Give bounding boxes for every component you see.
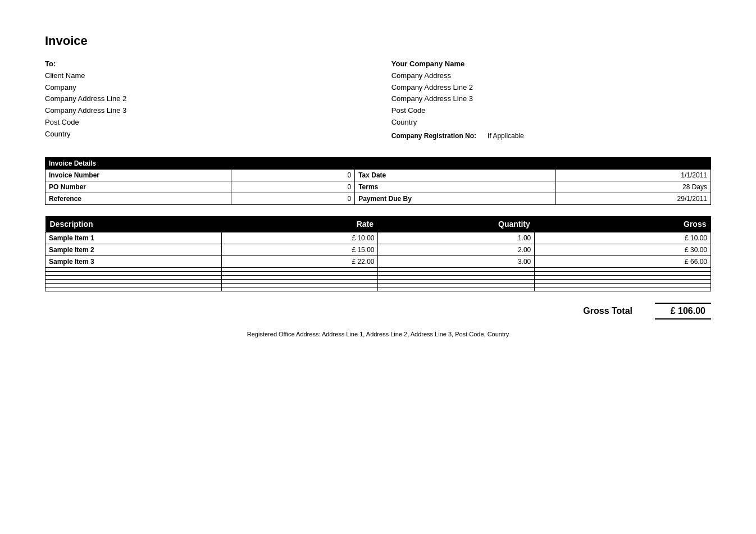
item-description	[45, 271, 222, 275]
items-header-row: Description Rate Quantity Gross	[45, 216, 711, 232]
item-rate: £ 15.00	[221, 244, 378, 255]
table-row	[45, 283, 711, 287]
client-address-line2: Company Address Line 2	[45, 93, 365, 105]
invoice-details-header: Invoice Details	[45, 157, 711, 169]
item-gross: £ 66.00	[535, 255, 711, 267]
item-quantity	[378, 267, 535, 271]
col-gross: Gross	[535, 216, 711, 232]
client-address: To: Client Name Company Company Address …	[45, 58, 365, 140]
client-country: Country	[45, 129, 365, 140]
invoice-details-table: Invoice Details Invoice Number 0 Tax Dat…	[45, 157, 711, 205]
po-number-label: PO Number	[45, 181, 231, 193]
details-row-1: Invoice Number 0 Tax Date 1/1/2011	[45, 169, 711, 181]
table-row	[45, 275, 711, 279]
item-rate: £ 10.00	[221, 232, 378, 244]
item-rate	[221, 279, 378, 283]
client-address-line3: Company Address Line 3	[45, 105, 365, 117]
table-row	[45, 279, 711, 283]
item-description: Sample Item 3	[45, 255, 222, 267]
item-gross	[535, 279, 711, 283]
client-name: Client Name	[45, 70, 365, 82]
reference-value: 0	[231, 193, 354, 204]
item-description	[45, 287, 222, 291]
item-quantity	[378, 275, 535, 279]
item-quantity: 2.00	[378, 244, 535, 255]
seller-address-line3: Company Address Line 3	[391, 93, 711, 105]
item-gross	[535, 271, 711, 275]
reg-value: If Applicable	[488, 132, 524, 140]
invoice-number-label: Invoice Number	[45, 169, 231, 181]
details-row-2: PO Number 0 Terms 28 Days	[45, 181, 711, 193]
item-description	[45, 283, 222, 287]
details-row-3: Reference 0 Payment Due By 29/1/2011	[45, 193, 711, 204]
item-quantity	[378, 287, 535, 291]
item-quantity	[378, 283, 535, 287]
item-rate	[221, 283, 378, 287]
item-rate	[221, 271, 378, 275]
item-gross	[535, 287, 711, 291]
col-description: Description	[45, 216, 222, 232]
item-gross	[535, 275, 711, 279]
seller-address: Your Company Name Company Address Compan…	[391, 58, 711, 140]
payment-due-value: 29/1/2011	[556, 193, 711, 204]
col-rate: Rate	[221, 216, 378, 232]
invoice-title: Invoice	[45, 34, 711, 48]
table-row: Sample Item 1 £ 10.00 1.00 £ 10.00	[45, 232, 711, 244]
seller-address: Company Address	[391, 70, 711, 82]
gross-total-value: £ 106.00	[655, 303, 711, 320]
item-rate	[221, 287, 378, 291]
payment-due-label: Payment Due By	[355, 193, 556, 204]
item-rate	[221, 275, 378, 279]
seller-address-line2: Company Address Line 2	[391, 82, 711, 94]
terms-label: Terms	[355, 181, 556, 193]
item-rate: £ 22.00	[221, 255, 378, 267]
registration-row: Company Registration No: If Applicable	[391, 132, 711, 140]
item-gross	[535, 267, 711, 271]
items-table: Description Rate Quantity Gross Sample I…	[45, 216, 711, 291]
item-description	[45, 279, 222, 283]
item-gross: £ 10.00	[535, 232, 711, 244]
item-description: Sample Item 1	[45, 232, 222, 244]
gross-total-label: Gross Total	[583, 306, 632, 316]
po-number-value: 0	[231, 181, 354, 193]
item-gross: £ 30.00	[535, 244, 711, 255]
to-label: To:	[45, 60, 56, 68]
gross-total-section: Gross Total £ 106.00	[45, 303, 711, 320]
invoice-number-value: 0	[231, 169, 354, 181]
table-row	[45, 287, 711, 291]
item-quantity: 3.00	[378, 255, 535, 267]
item-description: Sample Item 2	[45, 244, 222, 255]
tax-date-label: Tax Date	[355, 169, 556, 181]
item-quantity	[378, 271, 535, 275]
item-quantity: 1.00	[378, 232, 535, 244]
item-quantity	[378, 279, 535, 283]
reg-label: Company Registration No:	[391, 132, 476, 140]
table-row	[45, 267, 711, 271]
item-description	[45, 267, 222, 271]
client-post-code: Post Code	[45, 117, 365, 129]
terms-value: 28 Days	[556, 181, 711, 193]
client-company: Company	[45, 82, 365, 94]
table-row	[45, 271, 711, 275]
header-section: To: Client Name Company Company Address …	[45, 58, 711, 140]
item-description	[45, 275, 222, 279]
seller-post-code: Post Code	[391, 105, 711, 117]
item-gross	[535, 283, 711, 287]
reference-label: Reference	[45, 193, 231, 204]
tax-date-value: 1/1/2011	[556, 169, 711, 181]
table-row: Sample Item 2 £ 15.00 2.00 £ 30.00	[45, 244, 711, 255]
col-quantity: Quantity	[378, 216, 535, 232]
table-row: Sample Item 3 £ 22.00 3.00 £ 66.00	[45, 255, 711, 267]
seller-company-name: Your Company Name	[391, 58, 711, 70]
footer: Registered Office Address: Address Line …	[45, 331, 711, 337]
seller-country: Country	[391, 117, 711, 129]
item-rate	[221, 267, 378, 271]
gross-total-inner: Gross Total £ 106.00	[583, 303, 711, 320]
